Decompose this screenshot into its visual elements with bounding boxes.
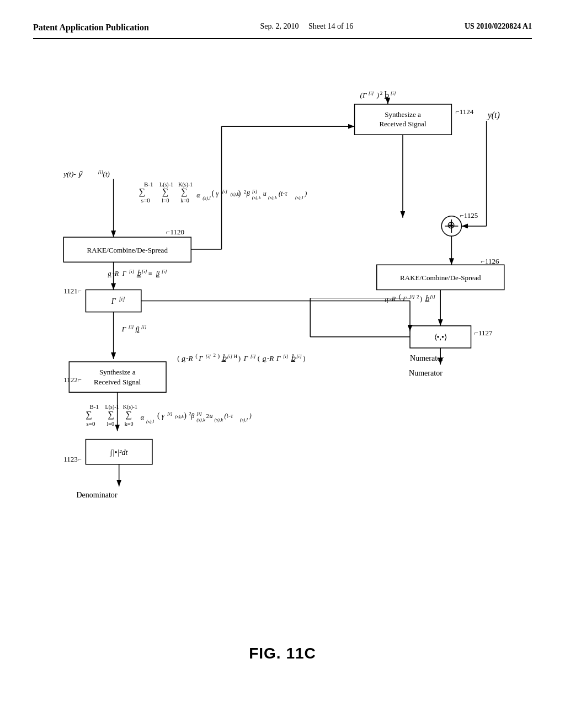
big-formula-r2: -R [267, 354, 274, 362]
gamma-beta-i: [i] [129, 324, 134, 330]
big-formula-r: -R [186, 354, 193, 362]
label-1121: 1121⌐ [63, 287, 82, 295]
alpha-s-l-top: α [196, 191, 200, 199]
q-dash-right: -R [390, 295, 396, 302]
header-right: US 2010/0220824 A1 [465, 22, 532, 31]
equiv-sign: ≡ [148, 270, 152, 277]
y-t-top-label: y(t) [487, 110, 500, 120]
bhat-top-i: [i] [391, 90, 396, 96]
publication-label: Patent Application Publication [33, 23, 149, 32]
tau-sub-bot: (s),l [240, 417, 248, 422]
synthesize-bottom-box [69, 362, 166, 392]
close-paren-top: ) [238, 188, 241, 197]
label-1125: ⌐1125 [460, 211, 478, 220]
figure-caption: FIG. 11C [249, 645, 316, 662]
sum-bot-sigma1: ∑ [86, 410, 92, 420]
big-formula-gamma2: Γ [243, 354, 248, 362]
numerator-label: Numerator [410, 354, 444, 362]
big-formula-H: H [234, 354, 238, 359]
synth-bottom-text2: Received Signal [94, 378, 141, 386]
big-formula-close-paren: ) [238, 354, 241, 362]
q-r-formula: q [108, 270, 111, 277]
beta-underline: β [135, 325, 140, 333]
big-formula-bhat-i: [i] [227, 354, 233, 359]
sum-top-k0: k=0 [180, 197, 189, 204]
label-1123: 1123⌐ [63, 455, 82, 463]
fig-caption-text: FIG. 11C [249, 645, 316, 662]
t-tau-top: (t-τ [279, 189, 287, 197]
rake-left-text: RAKE/Combine/De-Spread [87, 246, 168, 254]
alpha-sub: (s),l [202, 195, 211, 201]
sum-top-s0: s=0 [141, 197, 151, 204]
sum-top-sigma3: ∑ [181, 186, 187, 196]
gamma-r-i: [i] [409, 293, 415, 299]
close-paren-bot: ) [184, 411, 186, 420]
gamma-bot: γ [162, 412, 165, 420]
tau-sub-top: (s),l [295, 195, 303, 200]
alpha-bot-sub: (s),l [146, 418, 154, 424]
q-r-right: q [385, 295, 388, 302]
rake-right-text: RAKE/Combine/De-Spread [400, 274, 481, 282]
bhat-r: b̂ [425, 295, 430, 302]
page-container: Patent Application Publication Sep. 2, 2… [0, 0, 565, 728]
gamma-sup-i-top: [i] [222, 188, 228, 194]
big-formula-open2: ( [258, 354, 260, 362]
label-1124: ⌐1124 [455, 108, 473, 116]
sum-bot-l0: l=0 [107, 420, 114, 426]
big-formula-gamma: Γ [198, 354, 203, 362]
synthesize-top-text1: Synthesize a [385, 110, 421, 119]
header-left: Patent Application Publication [33, 22, 149, 34]
u-top: u [263, 189, 266, 197]
big-formula-gamma2-i: [i] [250, 354, 256, 359]
gamma-r-sq: 2 [417, 293, 419, 299]
big-formula-close2: ) [303, 354, 305, 362]
gamma-formula: Γ [122, 270, 127, 277]
beta-bot-i: [i] [196, 411, 202, 416]
big-formula-open: ( [177, 354, 179, 362]
close-paren-tau-bot: ) [249, 412, 252, 420]
big-formula-bhat2-i: [i] [296, 354, 302, 359]
gamma-box-i: [i] [119, 295, 125, 301]
beta-top: β [246, 189, 250, 197]
bhat-formula: b̂ [137, 270, 142, 277]
open-paren-bot: ( [157, 411, 160, 420]
y-minus-label: y(t)- ỹ [62, 169, 83, 178]
big-formula-paren2: ) [217, 352, 220, 360]
page-header: Patent Application Publication Sep. 2, 2… [33, 22, 532, 39]
open-paren-top: ( [211, 188, 214, 197]
gamma-bot-sk: (s),k [175, 414, 184, 419]
big-formula-paren1: ( [195, 352, 198, 360]
close-paren-t: ) [304, 189, 307, 197]
big-formula-gamma3-i: [i] [283, 354, 289, 359]
label-1126: ⌐1126 [481, 257, 499, 265]
beta-formula: β [156, 270, 159, 277]
big-formula-gamma-i: [i] [205, 354, 211, 359]
sum-bot-sigma2: ∑ [108, 410, 114, 420]
big-formula-bhat: b̂ [222, 354, 227, 362]
beta-sub-sk: (s),k [252, 195, 262, 200]
denominator-label: Denominator [76, 490, 117, 499]
u-bot-sk: (s),k [214, 417, 223, 422]
alpha-bot: α [141, 414, 145, 421]
big-formula-gamma3: Γ [276, 354, 281, 362]
sum-bot-sigma3: ∑ [126, 410, 132, 420]
date-label: Sep. 2, 2010 [260, 22, 299, 30]
gamma-top: γ [216, 189, 219, 197]
sheet-label: Sheet 14 of 16 [308, 22, 353, 30]
u-sub-sk: (s),k [268, 195, 278, 200]
beta-i-2: [i] [141, 324, 147, 330]
synthesize-top-text2: Received Signal [379, 120, 427, 128]
sum-bot-s0: s=0 [86, 420, 95, 426]
bhat-r-i: [i] [430, 293, 435, 299]
integral-text: ∫|•|²dt [110, 448, 129, 457]
inner-product-text: ⟨•,•⟩ [434, 333, 447, 341]
gamma-r: Γ [402, 295, 407, 302]
big-formula-sq: 2 [213, 352, 216, 358]
sum-top-l0: l=0 [162, 197, 169, 204]
two-bot: 2 [206, 413, 209, 419]
big-formula-bhat2: b̂ [291, 354, 296, 362]
gamma-bot-i: [i] [167, 411, 173, 416]
gamma-sq-paren: ) [376, 91, 379, 99]
diagram-area: y(t) y(t)- ỹ [i] (t) Synthesize a Receiv… [33, 45, 532, 673]
gamma-sq-sup-i: [i] [369, 90, 374, 96]
